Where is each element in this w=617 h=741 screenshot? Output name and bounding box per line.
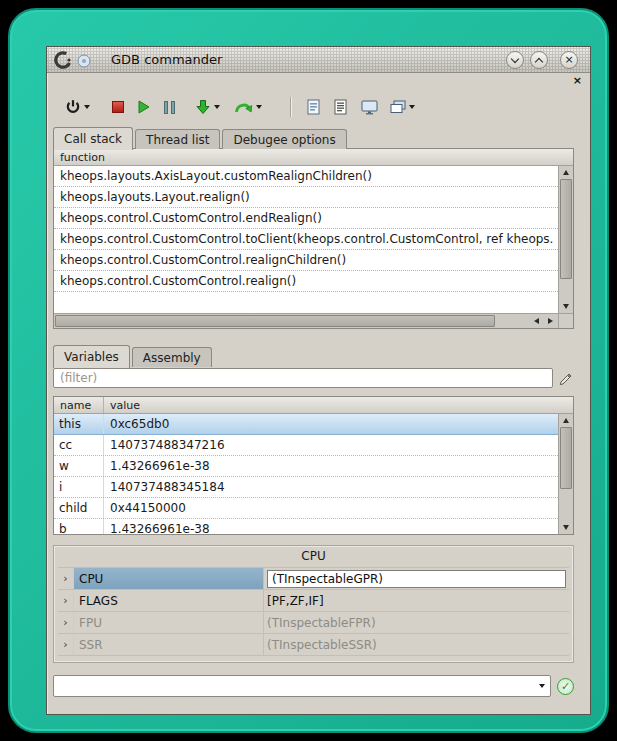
scrollbar-thumb[interactable] [560,179,572,279]
combo-dropdown-button[interactable] [532,678,548,694]
expander-icon[interactable]: › [58,612,74,633]
expander-icon[interactable]: › [58,634,74,655]
variable-value-cell: 140737488347216 [104,435,558,455]
variable-name-cell: cc [54,435,104,455]
dropdown-arrow-icon [84,105,90,109]
step-over-icon [234,100,253,115]
scroll-up-button[interactable] [559,166,573,179]
unshade-window-button[interactable] [530,51,548,69]
tab-assembly[interactable]: Assembly [132,347,212,367]
scroll-down-button[interactable] [559,521,573,534]
pause-button[interactable] [162,94,177,120]
variable-name-cell: child [54,498,104,518]
variable-row[interactable]: i 140737488345184 [54,477,558,498]
cpu-row-name[interactable]: CPU [74,568,264,589]
filter-pen-icon[interactable] [558,371,574,386]
expander-icon[interactable]: › [58,590,74,611]
variables-filter-row [53,368,574,388]
variables-panel: name value this 0xc65db0 cc 140737488347… [53,396,574,535]
stop-icon [112,101,124,113]
arrow-right-icon [548,318,553,324]
power-button[interactable] [63,94,92,120]
cpu-row-name[interactable]: FPU [74,612,264,633]
stop-button[interactable] [110,94,126,120]
cpu-grid-row[interactable]: › FLAGS [PF,ZF,IF] [58,590,569,612]
monitor-button[interactable] [359,94,380,120]
dropdown-arrow-icon [256,105,262,109]
filter-input[interactable] [53,368,553,388]
variables-header: name value [54,397,573,414]
scroll-down-button[interactable] [559,300,573,313]
cpu-grid-row[interactable]: › CPU (TInspectableGPR) [58,568,569,590]
variable-name-cell: w [54,456,104,476]
source-doc-button[interactable] [305,94,322,120]
scrollbar-thumb[interactable] [55,315,495,327]
value-column-header[interactable]: value [104,397,146,413]
call-stack-row[interactable]: kheops.control.CustomControl.realign() [54,271,558,292]
dock-close-button[interactable]: × [573,74,582,87]
step-into-icon [195,99,211,115]
cpu-value-editor[interactable]: (TInspectableGPR) [267,570,566,588]
command-combobox[interactable] [53,675,551,697]
shade-window-button[interactable] [506,51,524,69]
variable-value-cell: 0xc65db0 [104,414,558,434]
scroll-left-button[interactable] [529,314,543,328]
instruction-list-button[interactable] [332,94,349,120]
dock-header: × [47,74,590,89]
send-command-button[interactable]: ✓ [557,678,574,695]
scroll-up-button[interactable] [559,414,573,427]
cpu-row-value: (TInspectableSSR) [264,634,569,655]
gdb-commander-window: GDB commander × × [46,46,591,715]
pause-icon [164,101,175,114]
call-stack-row[interactable]: kheops.control.CustomControl.endRealign(… [54,208,558,229]
vertical-scrollbar[interactable] [558,414,573,534]
scrollbar-thumb[interactable] [560,427,572,489]
windows-icon [390,100,406,114]
middle-tabs: Variables Assembly [53,343,214,367]
variable-row[interactable]: this 0xc65db0 [54,414,558,435]
tab-variables[interactable]: Variables [53,345,130,368]
command-row: ✓ [53,675,574,697]
monitor-icon [361,100,378,115]
titlebar[interactable]: GDB commander × [47,47,590,73]
call-stack-panel: function kheops.layouts.AxisLayout.custo… [53,148,574,329]
vertical-scrollbar[interactable] [558,166,573,313]
tab-debugee-options[interactable]: Debugee options [222,129,346,149]
arrow-up-icon [563,418,569,423]
cpu-register-grid: › CPU (TInspectableGPR) › FLAGS [PF,ZF,I… [58,567,569,656]
cpu-row-name[interactable]: SSR [74,634,264,655]
variable-row[interactable]: b 1.43266961e-38 [54,519,558,534]
close-window-button[interactable]: × [560,51,578,69]
cpu-grid-row[interactable]: › FPU (TInspectableFPR) [58,612,569,634]
continue-button[interactable] [134,94,153,120]
tab-thread-list[interactable]: Thread list [135,129,220,149]
variable-value-cell: 1.43266961e-38 [104,456,558,476]
variable-row[interactable]: cc 140737488347216 [54,435,558,456]
cpu-grid-row[interactable]: › SSR (TInspectableSSR) [58,634,569,656]
call-stack-row[interactable]: kheops.control.CustomControl.realignChil… [54,250,558,271]
name-column-header[interactable]: name [54,397,104,413]
variable-row[interactable]: w 1.43266961e-38 [54,456,558,477]
command-input[interactable] [56,677,530,695]
tab-call-stack[interactable]: Call stack [53,127,133,150]
context-badge-icon [77,53,91,67]
expander-icon[interactable]: › [58,568,74,589]
step-over-button[interactable] [232,94,264,120]
arrow-down-icon [563,525,569,530]
call-stack-row[interactable]: kheops.layouts.AxisLayout.customRealignC… [54,166,558,187]
function-column-header[interactable]: function [54,149,111,165]
call-stack-list: kheops.layouts.AxisLayout.customRealignC… [54,166,558,313]
windows-button[interactable] [388,94,417,120]
horizontal-scrollbar[interactable] [54,313,558,328]
variable-row[interactable]: child 0x44150000 [54,498,558,519]
variable-value-cell: 0x44150000 [104,498,558,518]
cpu-row-name[interactable]: FLAGS [74,590,264,611]
call-stack-row[interactable]: kheops.control.CustomControl.toClient(kh… [54,229,558,250]
variables-list: this 0xc65db0 cc 140737488347216 w 1.432… [54,414,558,534]
scroll-right-button[interactable] [543,314,557,328]
call-stack-row[interactable]: kheops.layouts.Layout.realign() [54,187,558,208]
play-icon [136,99,151,115]
step-into-button[interactable] [193,94,222,120]
arrow-down-icon [563,304,569,309]
debug-toolbar [47,90,590,124]
